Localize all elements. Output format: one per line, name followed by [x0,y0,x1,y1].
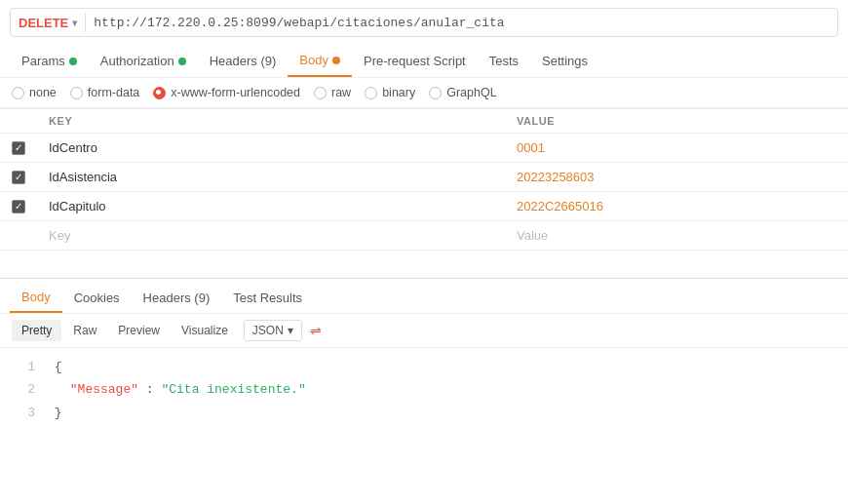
radio-graphql-label: GraphQL [446,86,496,99]
json-line-1: 1 { [12,356,836,378]
method-selector[interactable]: DELETE ▾ [19,16,77,30]
radio-none-label: none [29,86,57,99]
tab-settings[interactable]: Settings [530,46,599,76]
json-line-3: 3 } [12,402,836,424]
params-dot [69,58,77,65]
checkbox-idcentro[interactable] [12,141,25,155]
radio-raw-label: raw [331,86,351,99]
json-chevron-icon: ▾ [288,324,293,337]
radio-raw[interactable]: raw [314,86,351,99]
tab-params[interactable]: Params [10,46,89,76]
key-idasistencia: IdAsistencia [37,163,505,192]
body-dot [332,57,340,64]
tab-settings-label: Settings [542,54,588,68]
resp-btn-visualize[interactable]: Visualize [172,320,238,341]
value-idcentro: 0001 [505,134,848,163]
bottom-tab-body-label: Body [21,290,51,304]
json-close-brace: } [55,406,62,420]
tab-body-label: Body [299,53,328,67]
method-chevron-icon: ▾ [72,18,77,28]
bottom-tab-headers[interactable]: Headers (9) [132,284,222,312]
checkbox-idcapitulo[interactable] [12,200,25,213]
json-open-brace: { [55,360,62,374]
json-value-message: "Cita inexistente." [161,382,305,397]
json-format-selector[interactable]: JSON ▾ [244,320,302,341]
url-input[interactable] [94,16,829,30]
authorization-dot [178,58,186,65]
value-placeholder[interactable]: Value [505,221,848,251]
radio-binary-label: binary [382,86,415,99]
key-placeholder[interactable]: Key [37,221,505,251]
tab-body[interactable]: Body [288,45,352,77]
line-num-3: 3 [12,402,35,424]
tab-headers[interactable]: Headers (9) [198,46,289,76]
tab-tests[interactable]: Tests [478,46,530,76]
url-divider [85,13,86,32]
json-colon: : [146,382,162,397]
tab-prerequest-label: Pre-request Script [364,54,466,68]
col-key: KEY [37,109,505,134]
col-checkbox [0,109,37,134]
radio-binary-circle [365,87,377,99]
tab-headers-label: Headers (9) [210,54,277,68]
key-idcentro: IdCentro [37,134,505,163]
line-num-2: 2 [12,378,35,401]
bottom-tab-testresults-label: Test Results [233,291,302,305]
radio-binary[interactable]: binary [365,86,415,99]
wrap-icon[interactable]: ⇌ [310,323,322,338]
bottom-panel: Body Cookies Headers (9) Test Results Pr… [0,279,848,432]
resp-btn-preview[interactable]: Preview [108,320,170,341]
radio-raw-circle [314,87,327,99]
key-idcapitulo: IdCapitulo [37,192,505,221]
kv-table: KEY VALUE IdCentro 0001 IdAsistencia 202… [0,108,848,251]
radio-urlencoded-circle [153,87,166,99]
bottom-tab-headers-label: Headers (9) [143,291,211,305]
bottom-tab-cookies[interactable]: Cookies [62,284,132,312]
table-row: IdCentro 0001 [0,134,848,163]
radio-graphql[interactable]: GraphQL [429,86,496,99]
radio-none-circle [12,87,24,99]
checkbox-idasistencia[interactable] [12,171,25,184]
response-toolbar: Pretty Raw Preview Visualize JSON ▾ ⇌ [0,314,848,348]
method-label: DELETE [19,16,68,30]
table-row: IdCapitulo 2022C2665016 [0,192,848,221]
bottom-tab-bar: Body Cookies Headers (9) Test Results [0,279,848,314]
bottom-tab-cookies-label: Cookies [74,291,120,305]
radio-urlencoded[interactable]: x-www-form-urlencoded [153,86,300,99]
col-value: VALUE [505,109,848,134]
value-idasistencia: 20223258603 [505,163,848,192]
bottom-tab-testresults[interactable]: Test Results [221,284,314,312]
radio-form-data-circle [70,87,83,99]
json-line-2: 2 "Message" : "Cita inexistente." [12,378,836,401]
resp-btn-pretty[interactable]: Pretty [12,320,61,341]
url-bar: DELETE ▾ [10,8,838,37]
tab-params-label: Params [21,54,65,68]
top-tab-bar: Params Authorization Headers (9) Body Pr… [0,45,848,78]
json-key-message: "Message" [70,382,138,397]
radio-form-data-label: form-data [88,86,140,99]
tab-authorization[interactable]: Authorization [89,46,198,76]
resp-btn-raw[interactable]: Raw [63,320,106,341]
table-row: IdAsistencia 20223258603 [0,163,848,192]
tab-tests-label: Tests [489,54,519,68]
radio-form-data[interactable]: form-data [70,86,140,99]
radio-none[interactable]: none [12,86,57,99]
tab-authorization-label: Authorization [100,54,174,68]
radio-urlencoded-label: x-www-form-urlencoded [171,86,300,99]
json-format-label: JSON [252,324,284,337]
json-output: 1 { 2 "Message" : "Cita inexistente." 3 … [0,348,848,432]
radio-graphql-circle [429,87,442,99]
body-type-bar: none form-data x-www-form-urlencoded raw… [0,78,848,108]
bottom-tab-body[interactable]: Body [10,283,62,313]
line-num-1: 1 [12,356,35,378]
table-row-placeholder: Key Value [0,221,848,251]
value-idcapitulo: 2022C2665016 [505,192,848,221]
tab-prerequest[interactable]: Pre-request Script [352,46,478,76]
